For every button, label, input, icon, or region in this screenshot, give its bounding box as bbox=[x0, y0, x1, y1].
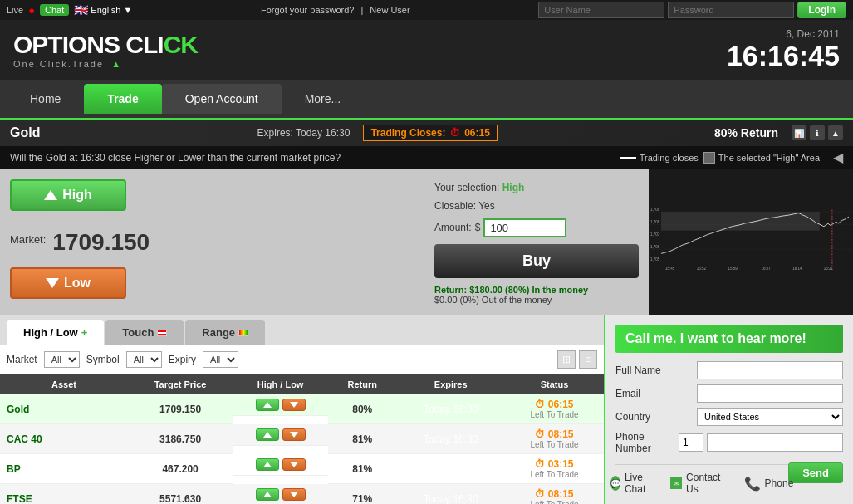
chat-button[interactable]: Chat bbox=[40, 4, 69, 16]
high-btn-small[interactable] bbox=[256, 428, 279, 441]
asset-name: BP bbox=[0, 454, 128, 484]
return-out-money: $0.00 (0%) Out of the money bbox=[434, 295, 639, 305]
forgot-password-link[interactable]: Forgot your password? bbox=[261, 5, 355, 15]
live-label: Live bbox=[7, 5, 23, 15]
grid-view-icon[interactable]: ⊞ bbox=[557, 350, 576, 369]
expires-value: Today 16:30 bbox=[397, 394, 505, 424]
live-chat-label: Live Chat bbox=[625, 472, 650, 495]
time-display: 16:16:45 bbox=[727, 40, 840, 72]
svg-text:15:45: 15:45 bbox=[665, 267, 675, 271]
high-button[interactable]: High bbox=[10, 179, 126, 211]
nav-open-account[interactable]: Open Account bbox=[162, 84, 282, 114]
country-code-input[interactable] bbox=[679, 433, 703, 452]
email-input[interactable] bbox=[697, 384, 843, 403]
tab-range[interactable]: Range bbox=[185, 320, 265, 345]
top-bar-mid: Forgot your password? | New User bbox=[261, 5, 410, 15]
symbol-filter-select[interactable]: All bbox=[126, 351, 162, 368]
country-row: Country United States United Kingdom Can… bbox=[615, 408, 843, 426]
back-arrow-icon[interactable]: ◀ bbox=[833, 149, 843, 165]
status-timer: ⏱ 03:15 bbox=[512, 458, 597, 470]
top-bar-left: Live ● Chat 🇬🇧 English ▼ bbox=[7, 3, 132, 17]
username-input[interactable] bbox=[538, 2, 664, 18]
main-content: High / Low + Touch Range Market All Symb… bbox=[0, 315, 853, 504]
trade-area: High Market: 1709.150 Low Your selection… bbox=[0, 169, 853, 315]
low-btn-small[interactable] bbox=[282, 399, 306, 411]
live-dot: ● bbox=[28, 4, 35, 17]
high-btn-small[interactable] bbox=[256, 488, 279, 501]
col-asset: Asset bbox=[0, 374, 128, 394]
nav-more[interactable]: More... bbox=[282, 84, 365, 114]
view-icons: ⊞ ≡ bbox=[557, 350, 597, 369]
left-panel: High / Low + Touch Range Market All Symb… bbox=[0, 315, 604, 504]
contact-us-link[interactable]: ✉ Contact Us bbox=[670, 472, 723, 495]
full-name-input[interactable] bbox=[697, 361, 843, 379]
expiry-filter-select[interactable]: All bbox=[203, 351, 238, 368]
svg-text:1,708: 1,708 bbox=[650, 220, 660, 224]
language-label: English bbox=[91, 5, 120, 15]
login-button[interactable]: Login bbox=[797, 2, 846, 18]
arrow-down-icon bbox=[290, 492, 298, 497]
low-btn-small[interactable] bbox=[282, 428, 306, 441]
symbol-filter-label: Symbol bbox=[86, 354, 120, 365]
logo-click: CK bbox=[164, 31, 198, 58]
high-btn-small[interactable] bbox=[256, 458, 279, 471]
table-row[interactable]: CAC 40 3186.750 81% Today 16:30 ⏱ 08:15 … bbox=[0, 424, 604, 454]
low-button[interactable]: Low bbox=[10, 267, 126, 299]
low-btn-small[interactable] bbox=[282, 458, 306, 471]
flag-icon bbox=[157, 330, 167, 336]
status-cell: ⏱ 08:15 Left To Trade bbox=[505, 424, 604, 454]
country-label: Country bbox=[615, 411, 690, 423]
range-tab-label: Range bbox=[202, 326, 235, 339]
col-target-price: Target Price bbox=[128, 374, 233, 394]
status-cell: ⏱ 06:15 Left To Trade bbox=[505, 394, 604, 424]
phone-link[interactable]: 📞 Phone bbox=[744, 476, 794, 492]
phone-icon: 📞 bbox=[744, 476, 761, 492]
table-row[interactable]: BP 467.200 81% Today 16:30 ⏱ 03:15 Left … bbox=[0, 454, 604, 484]
nav-home[interactable]: Home bbox=[7, 84, 84, 114]
market-filter-select[interactable]: All bbox=[44, 351, 80, 368]
return-value: 71% bbox=[328, 484, 396, 504]
password-input[interactable] bbox=[668, 2, 794, 18]
country-select[interactable]: United States United Kingdom Canada Aust… bbox=[697, 408, 843, 426]
nav-trade[interactable]: Trade bbox=[84, 84, 161, 114]
logo-bar: OPTIONS CLICK One.Click.Trade ▲ 6, Dec 2… bbox=[0, 20, 853, 80]
send-button[interactable]: Send bbox=[788, 462, 843, 483]
table-row[interactable]: Gold 1709.150 80% Today 16:30 ⏱ 06:15 Le… bbox=[0, 394, 604, 424]
full-name-row: Full Name bbox=[615, 361, 843, 379]
target-price: 3186.750 bbox=[128, 424, 233, 454]
live-chat-link[interactable]: 💬 Live Chat bbox=[610, 472, 650, 495]
arrow-up-icon bbox=[263, 402, 272, 408]
col-status: Status bbox=[505, 374, 604, 394]
closable-label: Closable: bbox=[434, 200, 476, 212]
your-selection-row: Your selection: High bbox=[434, 179, 639, 198]
high-low-buttons bbox=[233, 484, 328, 504]
logo: OPTIONS CLICK One.Click.Trade ▲ bbox=[13, 31, 198, 69]
filters-row: Market All Symbol All Expiry All ⊞ ≡ bbox=[0, 345, 604, 374]
buy-button[interactable]: Buy bbox=[434, 244, 639, 278]
amount-input[interactable] bbox=[483, 218, 566, 237]
price-chart: 1,709 1,708 1,707 1,706 1,705 15:45 15:5… bbox=[649, 169, 853, 306]
closable-value: Yes bbox=[478, 200, 495, 212]
amount-row: Amount: $ bbox=[434, 218, 639, 237]
language-selector[interactable]: 🇬🇧 English ▼ bbox=[74, 3, 132, 17]
table-row[interactable]: FTSE 5571.630 71% Today 16:30 ⏱ 08:15 Le… bbox=[0, 484, 604, 504]
status-text: Left To Trade bbox=[512, 440, 597, 449]
expand-icon[interactable]: ▲ bbox=[828, 125, 843, 140]
question-text: Will the Gold at 16:30 close Higher or L… bbox=[10, 152, 606, 164]
high-low-buttons bbox=[233, 424, 328, 446]
status-text: Left To Trade bbox=[512, 470, 597, 479]
status-cell: ⏱ 08:15 Left To Trade bbox=[505, 484, 604, 504]
new-user-link[interactable]: New User bbox=[370, 5, 409, 15]
svg-text:16:21: 16:21 bbox=[824, 267, 834, 271]
info-icon[interactable]: ℹ bbox=[810, 125, 825, 140]
market-filter-label: Market bbox=[7, 354, 37, 365]
tab-touch[interactable]: Touch bbox=[105, 320, 184, 345]
high-btn-small[interactable] bbox=[256, 399, 279, 411]
bar-chart-icon[interactable]: 📊 bbox=[792, 125, 806, 140]
phone-label: Phone Number bbox=[615, 431, 672, 454]
low-btn-small[interactable] bbox=[282, 488, 306, 501]
list-view-icon[interactable]: ≡ bbox=[579, 350, 597, 369]
phone-number-input[interactable] bbox=[707, 433, 843, 452]
status-text: Left To Trade bbox=[512, 410, 597, 419]
tab-high-low[interactable]: High / Low + bbox=[7, 320, 104, 345]
